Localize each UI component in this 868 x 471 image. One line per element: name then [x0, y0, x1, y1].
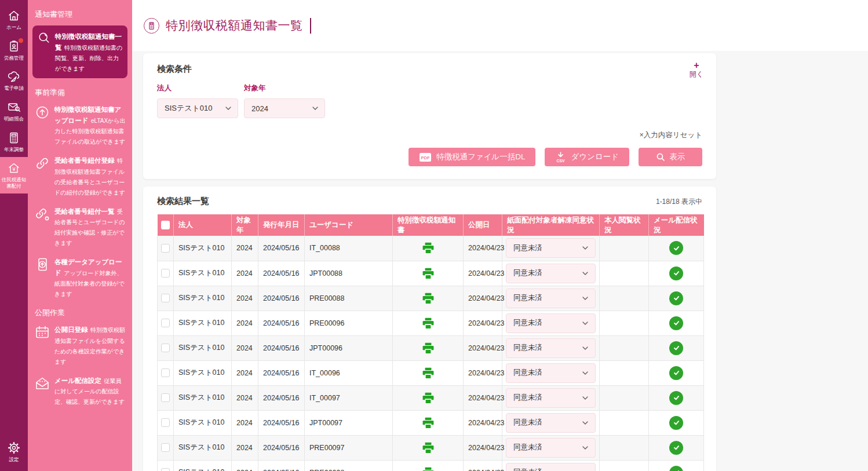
row-checkbox[interactable]	[161, 344, 170, 352]
mail-delivered-check-icon	[669, 341, 683, 355]
rail-item-label: ホーム	[6, 24, 21, 31]
cell-publish-date: 2024/04/23	[464, 335, 502, 360]
cell-corporation: SISテスト010	[174, 410, 232, 435]
consent-status-select[interactable]: 同意未済	[506, 363, 596, 383]
cell-corporation: SISテスト010	[174, 335, 232, 360]
consent-status-value: 同意未済	[513, 418, 542, 428]
consent-status-select[interactable]: 同意未済	[506, 289, 596, 308]
sidebar-item-description: 特別徴収税額通知書の閲覧、更新、削除、出力ができます	[55, 45, 122, 72]
row-checkbox[interactable]	[161, 418, 170, 427]
cloud-send-icon	[7, 70, 21, 83]
printer-icon[interactable]	[421, 390, 436, 406]
sidebar: 通知書管理 特別徴収税額通知書一覧 特別徴収税額通知書の閲覧、更新、削除、出力が…	[28, 0, 132, 471]
cell-user-code: IT_00097	[305, 385, 393, 410]
printer-icon[interactable]	[421, 465, 436, 471]
consent-status-select[interactable]: 同意未済	[506, 388, 596, 408]
printer-icon[interactable]	[421, 366, 436, 381]
cell-user-code: PRE00088	[305, 286, 393, 311]
consent-status-select[interactable]: 同意未済	[506, 338, 596, 358]
cell-corporation: SISテスト010	[174, 385, 232, 410]
reset-input-link[interactable]: ×入力内容リセット	[640, 131, 702, 139]
cell-issue-date: 2024/05/16	[258, 460, 305, 471]
printer-icon[interactable]	[421, 291, 436, 306]
printer-icon[interactable]	[421, 316, 436, 331]
row-checkbox[interactable]	[161, 368, 170, 377]
consent-status-select[interactable]: 同意未済	[506, 413, 596, 433]
consent-status-select[interactable]: 同意未済	[506, 463, 596, 471]
rail-item-cloud-send[interactable]: 電子申請	[0, 65, 28, 96]
chevron-down-icon	[581, 419, 589, 427]
row-checkbox[interactable]	[161, 269, 170, 278]
sidebar-item[interactable]: 特別徴収税額通知書一覧 特別徴収税額通知書の閲覧、更新、削除、出力ができます	[32, 25, 127, 78]
search-icon	[656, 152, 665, 162]
cell-publish-date: 2024/04/23	[464, 286, 502, 311]
row-checkbox[interactable]	[161, 319, 170, 327]
rail-item-mail-search[interactable]: 明細照会	[0, 96, 28, 127]
sidebar-item[interactable]: 受給者番号紐付一覧 受給者番号とユーザコードの紐付実施や確認・修正ができます	[34, 206, 126, 248]
consent-status-select[interactable]: 同意未済	[506, 264, 596, 283]
corporation-label: 法人	[157, 83, 238, 93]
mail-delivered-check-icon	[669, 466, 683, 471]
row-checkbox[interactable]	[161, 393, 170, 402]
target-year-label: 対象年	[244, 83, 325, 93]
cell-issue-date: 2024/05/16	[258, 261, 305, 286]
table-row: SISテスト010 2024 2024/05/16 IT_00088 2024/…	[158, 236, 704, 261]
rail-item-gear[interactable]: 設定	[0, 437, 28, 468]
link-icon	[34, 155, 51, 172]
calculator-icon	[7, 131, 21, 145]
table-row: SISテスト010 2024 2024/05/16 PRE00097 2024/…	[158, 435, 704, 460]
chevron-down-icon	[581, 294, 589, 302]
row-checkbox[interactable]	[161, 294, 170, 302]
show-results-button[interactable]: 表示	[639, 148, 702, 166]
mail-delivered-check-icon	[669, 266, 683, 280]
column-header: メール配信状況	[649, 214, 704, 236]
rail-item-house-yen[interactable]: ¥ 住民税通知書配付	[0, 157, 28, 193]
table-row: SISテスト010 2024 2024/05/16 IT_00097 2024/…	[158, 385, 704, 410]
printer-icon[interactable]	[421, 415, 436, 430]
doc-upload-icon	[34, 256, 51, 273]
printer-icon[interactable]	[421, 240, 436, 255]
cell-target-year: 2024	[232, 261, 258, 286]
mail-delivered-check-icon	[669, 416, 683, 430]
rail-item-calculator[interactable]: 年末調整	[0, 127, 28, 158]
consent-status-select[interactable]: 同意未済	[506, 313, 596, 333]
gear-icon	[7, 441, 21, 455]
rail-item-home[interactable]: ホーム	[0, 5, 28, 35]
select-all-checkbox[interactable]	[161, 221, 170, 229]
rail-item-id-card[interactable]: 労務管理	[0, 35, 28, 66]
consent-status-select[interactable]: 同意未済	[506, 238, 596, 258]
row-checkbox[interactable]	[161, 443, 170, 452]
column-header: 公開日	[464, 214, 502, 236]
row-checkbox[interactable]	[161, 468, 170, 471]
cell-issue-date: 2024/05/16	[258, 410, 305, 435]
table-row: SISテスト010 2024 2024/05/16 JPT00088 2024/…	[158, 261, 704, 286]
sidebar-item[interactable]: メール配信設定 従業員に対してメールの配信設定、確認、更新ができます	[34, 375, 126, 407]
sidebar-item[interactable]: 各種データアップロード アップロード対象外、紙面配付対象者の登録ができます	[34, 256, 126, 298]
cell-issue-date: 2024/05/16	[258, 286, 305, 311]
target-year-select[interactable]: 2024	[244, 98, 325, 118]
consent-status-value: 同意未済	[513, 243, 542, 253]
mail-delivered-check-icon	[669, 441, 683, 455]
table-row: SISテスト010 2024 2024/05/16 PRE00088 2024/…	[158, 286, 704, 311]
bulk-download-pdf-button[interactable]: PDF 特徴税通ファイル一括DL	[409, 148, 536, 166]
chevron-down-icon	[581, 444, 589, 452]
consent-status-value: 同意未済	[513, 293, 542, 303]
sidebar-item[interactable]: 特別徴収税額通知書アップロード eLTAXから出力した特別徴収税額通知書ファイル…	[34, 104, 126, 146]
sidebar-item[interactable]: 公開日登録 特別徴収税額通知書ファイルを公開するための各種設定作業ができます	[34, 324, 126, 366]
printer-icon[interactable]	[421, 341, 436, 356]
printer-icon[interactable]	[421, 440, 436, 455]
cell-viewed-status	[600, 335, 649, 360]
csv-download-button[interactable]: CSV ダウンロード	[545, 148, 629, 166]
consent-status-select[interactable]: 同意未済	[506, 438, 596, 458]
text-cursor	[310, 18, 311, 34]
expand-search-link[interactable]: + 開く	[690, 60, 703, 78]
page-header: 特別徴収税額通知書一覧	[132, 0, 868, 51]
chevron-down-icon	[581, 394, 589, 402]
page-title: 特別徴収税額通知書一覧	[166, 17, 303, 34]
sidebar-item-description: アップロード対象外、紙面配付対象者の登録ができます	[54, 270, 125, 298]
consent-status-value: 同意未済	[513, 393, 542, 403]
corporation-select[interactable]: SISテスト010	[157, 98, 238, 118]
row-checkbox[interactable]	[161, 244, 170, 253]
printer-icon[interactable]	[421, 266, 436, 281]
sidebar-item[interactable]: 受給者番号紐付登録 特別徴収税額通知書ファイルの受給者番号とユーザコードの紐付の…	[34, 155, 126, 197]
